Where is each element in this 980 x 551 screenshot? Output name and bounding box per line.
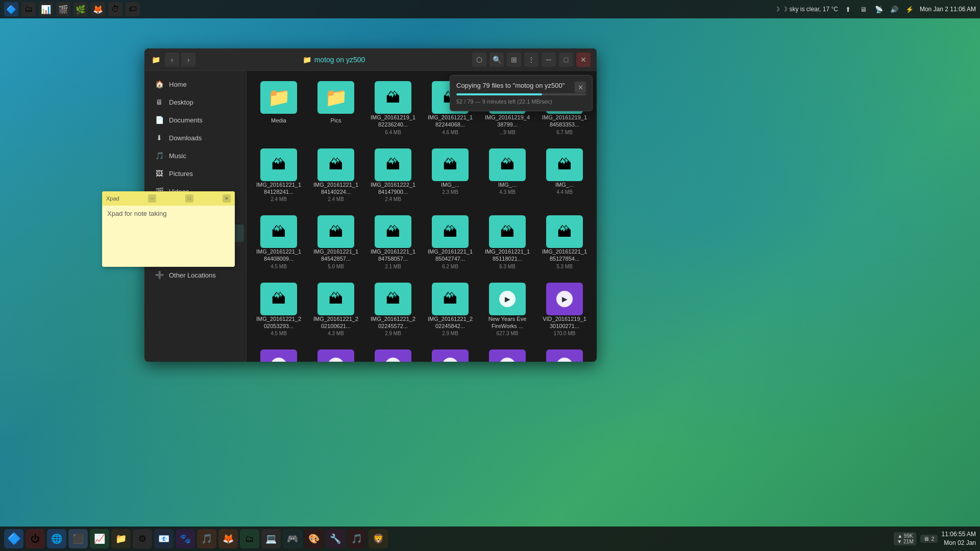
taskbar-app-firefox[interactable]: 🦊 <box>91 2 105 16</box>
bottom-app15[interactable]: 🔧 <box>326 529 345 548</box>
bottom-mail[interactable]: 📧 <box>154 529 174 548</box>
bottom-zorin[interactable]: 🔷 <box>4 529 23 548</box>
file-item-media[interactable]: 📁 Media <box>253 77 305 139</box>
bottom-firefox[interactable]: 🦊 <box>218 529 238 548</box>
search-button[interactable]: 🔍 <box>489 53 504 67</box>
img-thumb-16 <box>260 283 297 315</box>
file-item-img11[interactable]: IMG_20161221_184542857... 5.0 MB <box>310 211 362 273</box>
bottom-vlc[interactable]: 🎵 <box>197 529 216 548</box>
file-item-vid-fireworks[interactable]: ▶ New Years Eve FireWorks ... 627.3 MB <box>481 279 533 341</box>
tray-network[interactable]: 📡 <box>874 4 884 14</box>
file-item-vid4[interactable]: ▶ VID_20161219_185237237... 2.0 GB <box>367 345 419 362</box>
bottom-gimp[interactable]: 🐾 <box>176 529 195 548</box>
file-item-img9[interactable]: IMG_... 4.4 MB <box>538 144 591 207</box>
taskbar-app-timeshift[interactable]: ⏱ <box>108 2 122 16</box>
sidebar-item-music[interactable]: 🎵 Music <box>146 147 244 164</box>
file-item-img18[interactable]: IMG_20161221_202245572... 2.9 MB <box>367 279 419 341</box>
taskbar-app-media[interactable]: 🎬 <box>56 2 70 16</box>
bottom-kodi[interactable]: 🎮 <box>283 529 302 548</box>
tray-volume[interactable]: 🔊 <box>889 4 899 14</box>
sidebar-item-documents[interactable]: 📄 Documents <box>146 111 244 129</box>
file-size-fireworks: 627.3 MB <box>497 331 519 336</box>
bottom-terminal[interactable]: ⬛ <box>68 529 88 548</box>
bottom-app16[interactable]: 🎵 <box>347 529 366 548</box>
tray-power[interactable]: ⚡ <box>904 4 915 14</box>
file-item-img5[interactable]: IMG_20161221_184140224... 2.4 MB <box>310 144 362 207</box>
file-name-fireworks: New Years Eve FireWorks ... <box>484 315 530 330</box>
file-item-vid2[interactable]: ▶ VID_20161219_130337881... 1.7 GB <box>253 345 305 362</box>
img-thumb-14 <box>489 215 526 248</box>
xpad-window: Xpad ─ □ ✕ Xpad for note taking <box>102 191 235 267</box>
close-button[interactable]: ✕ <box>576 53 591 67</box>
taskbar-app-files[interactable]: 🗂 <box>21 2 36 16</box>
file-item-vid7[interactable]: ▶ VID_20161221_202539737.mp4 <box>538 345 591 362</box>
back-button[interactable]: ‹ <box>165 53 179 67</box>
taskbar-app-zorin[interactable]: 🔷 <box>4 2 18 16</box>
file-item-img19[interactable]: IMG_20161221_202245842... 2.9 MB <box>424 279 476 341</box>
sidebar-item-pictures[interactable]: 🖼 Pictures <box>146 165 244 182</box>
taskbar-app-network[interactable]: 🌿 <box>74 2 88 16</box>
file-name-img8: IMG_... <box>498 181 517 188</box>
copy-title: Copying 79 files to "motog on yz500" <box>456 82 565 89</box>
xpad-close-button[interactable]: ✕ <box>223 194 231 203</box>
file-item-img13[interactable]: IMG_20161221_185042747... 6.2 MB <box>424 211 476 273</box>
file-item-vid3[interactable]: ▶ VID_20161219_182930415... 1.1 GB <box>310 345 362 362</box>
forward-button[interactable]: › <box>181 53 195 67</box>
view-toggle-button[interactable]: ⬡ <box>472 53 486 67</box>
file-item-img12[interactable]: IMG_20161221_184758057... 2.1 MB <box>367 211 419 273</box>
file-item-vid6[interactable]: ▶ VID_20161221_202154448.mp4 <box>481 345 533 362</box>
net-up: ▲ 99K <box>897 533 913 539</box>
vid-thumb-2: ▶ <box>260 349 297 362</box>
bottom-app17[interactable]: 🦁 <box>369 529 388 548</box>
menu-button[interactable]: ⋮ <box>524 53 538 67</box>
file-item-img7[interactable]: IMG_... 2.3 MB <box>424 144 476 207</box>
play-icon-3: ▶ <box>328 358 344 362</box>
file-item-img16[interactable]: IMG_20161221_202053293... 4.5 MB <box>253 279 305 341</box>
file-size-img6: 2.4 MB <box>385 196 401 202</box>
grid-view-button[interactable]: ⊞ <box>507 53 521 67</box>
bottom-files2[interactable]: 🗂 <box>240 529 259 548</box>
file-item-img6[interactable]: IMG_20161222_184147900... 2.4 MB <box>367 144 419 207</box>
maximize-button[interactable]: □ <box>559 53 573 67</box>
bottom-clock: 11:06:55 AM Mon 02 Jan <box>942 530 976 547</box>
file-item-pics[interactable]: 📁 Pics <box>310 77 362 139</box>
img-thumb-13 <box>432 215 469 248</box>
sidebar-item-other-locations[interactable]: ➕ Other Locations <box>146 266 244 284</box>
network-stats: ▲ 99K ▼ 21M <box>894 532 916 545</box>
xpad-content[interactable]: Xpad for note taking <box>102 206 235 267</box>
tray-display[interactable]: 🖥 <box>859 4 869 14</box>
xpad-minimize-button[interactable]: ─ <box>148 194 156 203</box>
file-item-img1[interactable]: IMG_20161219_182236240... 6.4 MB <box>367 77 419 139</box>
play-icon-4: ▶ <box>385 358 401 362</box>
bottom-thunar[interactable]: 📁 <box>111 529 131 548</box>
taskbar-app-sysmon[interactable]: 📊 <box>39 2 53 16</box>
file-item-img15[interactable]: IMG_20161221_185127854... 5.3 MB <box>538 211 591 273</box>
vid-thumb-3: ▶ <box>317 349 354 362</box>
file-item-img14[interactable]: IMG_20161221_185118021... 6.3 MB <box>481 211 533 273</box>
sidebar-item-desktop[interactable]: 🖥 Desktop <box>146 93 244 111</box>
play-icon-2: ▶ <box>271 358 287 362</box>
sidebar-item-home[interactable]: 🏠 Home <box>146 76 244 93</box>
bottom-app14[interactable]: 🎨 <box>304 529 324 548</box>
file-content-area[interactable]: Copying 79 files to "motog on yz500" ✕ 5… <box>247 71 597 362</box>
bottom-nemo[interactable]: 💻 <box>261 529 281 548</box>
minimize-button[interactable]: ─ <box>542 53 556 67</box>
tray-upload[interactable]: ⬆ <box>843 4 853 14</box>
copy-close-button[interactable]: ✕ <box>575 82 586 93</box>
file-item-vid1[interactable]: ▶ VID_20161219_130100271... 170.0 MB <box>538 279 591 341</box>
taskbar-app-8[interactable]: 🏷 <box>126 2 140 16</box>
file-item-vid5[interactable]: ▶ VID_20161221_195014575... 525.8 MB <box>424 345 476 362</box>
file-name-img19: IMG_20161221_202245842... <box>427 315 473 330</box>
bottom-sysmon[interactable]: 📈 <box>90 529 109 548</box>
file-item-img10[interactable]: IMG_20161221_184408009... 4.5 MB <box>253 211 305 273</box>
sidebar-item-downloads[interactable]: ⬇ Downloads <box>146 129 244 146</box>
bottom-settings[interactable]: ⚙ <box>133 529 152 548</box>
file-item-img17[interactable]: IMG_20161221_202100621... 4.3 MB <box>310 279 362 341</box>
xpad-title: Xpad <box>106 195 119 202</box>
file-item-img8[interactable]: IMG_... 4.3 MB <box>481 144 533 207</box>
file-item-img4[interactable]: IMG_20161221_184128241... 2.4 MB <box>253 144 305 207</box>
bottom-power[interactable]: ⏻ <box>26 529 45 548</box>
play-icon-6: ▶ <box>499 358 516 362</box>
bottom-browser[interactable]: 🌐 <box>47 529 66 548</box>
xpad-maximize-button[interactable]: □ <box>185 194 193 203</box>
